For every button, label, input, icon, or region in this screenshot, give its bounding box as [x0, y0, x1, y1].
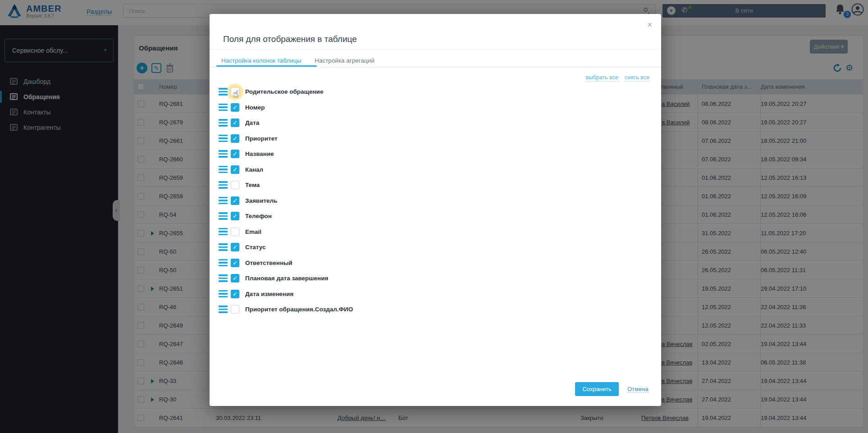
field-checkbox[interactable]: ✓ — [231, 259, 239, 267]
drag-handle-icon[interactable] — [219, 305, 228, 313]
field-row: ✓ Дата изменения — [210, 287, 661, 302]
field-label: Родительское обращение — [245, 88, 323, 95]
field-checkbox[interactable]: ✓ — [231, 196, 239, 205]
drag-handle-icon[interactable] — [219, 135, 228, 142]
field-label: Название — [245, 150, 274, 157]
field-label: Заявитель — [245, 197, 277, 204]
field-row: ✓ Ответственный — [210, 255, 661, 271]
drag-handle-icon[interactable] — [219, 274, 228, 282]
field-checkbox[interactable]: ✓ — [231, 274, 239, 283]
field-row: ✓ Плановая дата завершения — [210, 271, 661, 287]
field-checkbox[interactable] — [231, 305, 239, 314]
field-label: Ответственный — [245, 260, 292, 266]
field-row: ✓ Номер — [210, 100, 661, 116]
select-all-link[interactable]: выбрать все — [586, 74, 618, 82]
field-checkbox[interactable] — [231, 228, 239, 236]
tabs-divider — [210, 67, 661, 67]
modal-footer: Сохранить Отмена — [575, 382, 649, 396]
drag-handle-icon[interactable] — [219, 119, 228, 127]
drag-handle-icon[interactable] — [219, 290, 228, 298]
drag-handle-icon[interactable] — [219, 150, 228, 158]
field-label: Статус — [245, 244, 266, 251]
field-label: Телефон — [245, 213, 272, 219]
drag-handle-icon[interactable] — [219, 197, 228, 205]
field-checkbox[interactable]: ✓ — [231, 134, 239, 143]
field-row: Родительское обращение — [210, 84, 661, 100]
drag-handle-icon[interactable] — [219, 181, 228, 189]
drag-handle-icon[interactable] — [219, 228, 228, 236]
drag-handle-icon[interactable] — [219, 88, 228, 96]
drag-handle-icon[interactable] — [219, 243, 228, 251]
field-checkbox[interactable]: ✓ — [231, 165, 239, 174]
tab-columns-settings[interactable]: Настройка колонок таблицы — [221, 57, 301, 70]
deselect-all-link[interactable]: снять все — [625, 74, 649, 82]
field-row: ✓ Дата — [210, 115, 661, 131]
mouse-cursor-icon: ☝ — [233, 88, 238, 99]
close-icon[interactable]: × — [647, 20, 652, 30]
field-row: ✓ Канал — [210, 162, 661, 178]
field-checkbox[interactable] — [231, 181, 239, 189]
field-row: ✓ Статус — [210, 240, 661, 255]
fields-list: Родительское обращение ✓ Номер ✓ Дата ✓ … — [210, 84, 661, 318]
field-label: Приоритет — [245, 135, 278, 142]
field-label: Канал — [245, 166, 263, 173]
field-row: Email — [210, 224, 661, 240]
field-row: Приоритет обращения.Создал.ФИО — [210, 302, 661, 318]
field-label: Email — [245, 228, 261, 235]
field-row: ✓ Приоритет — [210, 131, 661, 147]
field-label: Номер — [245, 104, 265, 111]
field-checkbox[interactable]: ✓ — [231, 290, 239, 298]
field-label: Тема — [245, 182, 260, 188]
field-row: ✓ Телефон — [210, 209, 661, 224]
bulk-select-links: выбрать все снять все — [586, 74, 649, 82]
field-label: Плановая дата завершения — [245, 275, 328, 282]
drag-handle-icon[interactable] — [219, 166, 228, 173]
app-window: AMBER Версия: 3.8.7 Разделы ▾ ✆ В сети 3 — [0, 0, 868, 433]
save-button[interactable]: Сохранить — [575, 382, 619, 396]
tab-aggregations-settings[interactable]: Настройка агрегаций — [315, 57, 375, 70]
drag-handle-icon[interactable] — [219, 104, 228, 111]
field-checkbox[interactable]: ✓ — [231, 243, 239, 251]
modal-tabs: Настройка колонок таблицыНастройка агрег… — [221, 57, 375, 70]
columns-settings-modal: Поля для отображения в таблице × Настрой… — [210, 14, 661, 406]
field-label: Дата изменения — [245, 291, 293, 297]
field-label: Дата — [245, 119, 259, 126]
field-row: ✓ Заявитель — [210, 193, 661, 209]
field-row: ✓ Название — [210, 146, 661, 162]
field-checkbox[interactable]: ✓ — [231, 150, 239, 158]
drag-handle-icon[interactable] — [219, 259, 228, 267]
cancel-button[interactable]: Отмена — [627, 386, 649, 393]
drag-handle-icon[interactable] — [219, 212, 228, 220]
field-checkbox[interactable]: ✓ — [231, 212, 239, 220]
field-checkbox[interactable]: ✓ — [231, 103, 239, 112]
modal-divider — [210, 49, 661, 50]
field-checkbox[interactable]: ✓ — [231, 119, 239, 127]
field-row: Тема — [210, 178, 661, 193]
field-label: Приоритет обращения.Создал.ФИО — [245, 306, 353, 313]
modal-title: Поля для отображения в таблице — [223, 34, 357, 44]
